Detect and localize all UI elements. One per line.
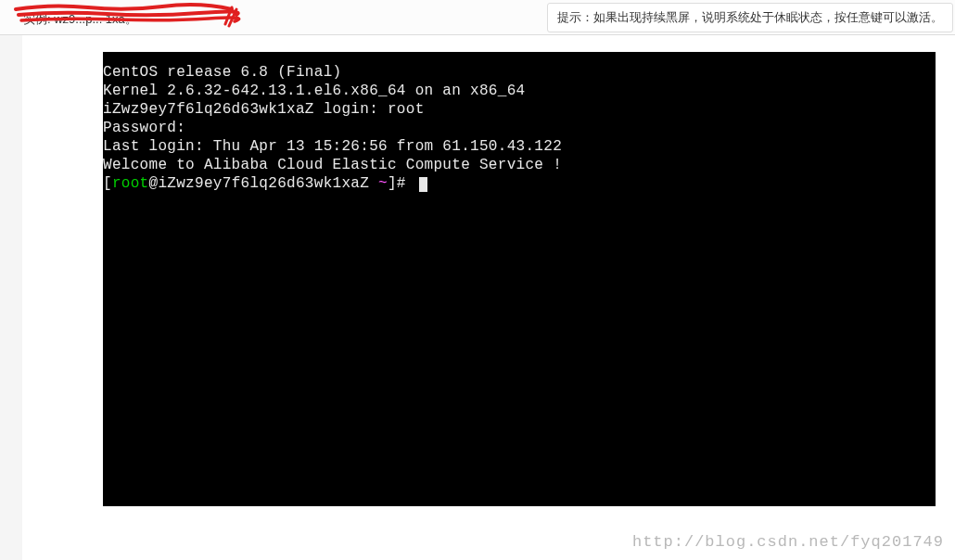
terminal-line: iZwz9ey7f6lq26d63wk1xaZ login: root [103, 100, 936, 119]
terminal-prompt-line: [root@iZwz9ey7f6lq26d63wk1xaZ ~]# [103, 174, 936, 193]
content-area: CentOS release 6.8 (Final) Kernel 2.6.32… [22, 35, 955, 560]
terminal-cursor-icon [419, 177, 427, 192]
terminal-line: Welcome to Alibaba Cloud Elastic Compute… [103, 156, 936, 174]
instance-label: 实例: wz9...p... 1xa。 [23, 11, 137, 28]
prompt-host: @iZwz9ey7f6lq26d63wk1xaZ [149, 175, 379, 192]
prompt-end: ]# [388, 175, 415, 192]
prompt-user: root [112, 175, 149, 192]
prompt-bracket: [ [103, 175, 112, 192]
hint-message: 提示：如果出现持续黑屏，说明系统处于休眠状态，按任意键可以激活。 [547, 3, 953, 32]
watermark-url: http://blog.csdn.net/fyq201749 [632, 533, 944, 551]
terminal-line: CentOS release 6.8 (Final) [103, 63, 936, 82]
header-left: 实例: wz9...p... 1xa。 [19, 4, 232, 32]
terminal-line: Password: [103, 119, 936, 137]
header-bar: 实例: wz9...p... 1xa。 提示：如果出现持续黑屏，说明系统处于休眠… [0, 0, 955, 35]
terminal-line: Kernel 2.6.32-642.13.1.el6.x86_64 on an … [103, 82, 936, 100]
prompt-tilde: ~ [378, 175, 388, 192]
terminal-console[interactable]: CentOS release 6.8 (Final) Kernel 2.6.32… [103, 52, 936, 506]
terminal-line: Last login: Thu Apr 13 15:26:56 from 61.… [103, 137, 936, 156]
